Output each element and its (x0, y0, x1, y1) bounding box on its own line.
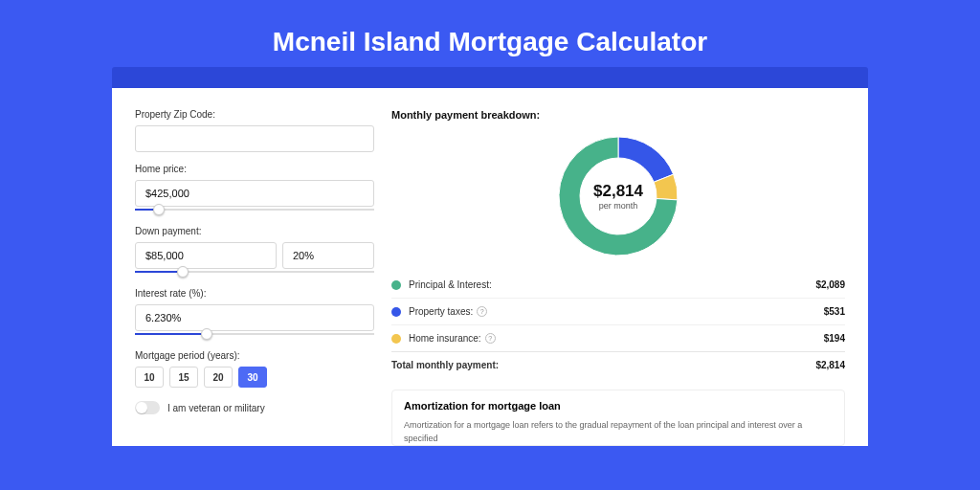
down-payment-slider[interactable] (135, 267, 374, 277)
total-row: Total monthly payment: $2,814 (391, 351, 845, 378)
header-banner (112, 67, 868, 88)
zip-label: Property Zip Code: (135, 109, 374, 120)
donut-center: $2,814 per month (556, 134, 680, 258)
total-value: $2,814 (815, 360, 845, 370)
legend: Principal & Interest:$2,089Property taxe… (391, 272, 845, 351)
amortization-title: Amortization for mortgage loan (404, 400, 833, 412)
home-price-slider[interactable] (135, 205, 374, 214)
calculator-card: Property Zip Code: Home price: Down paym… (112, 88, 868, 446)
donut-amount: $2,814 (593, 182, 643, 201)
veteran-row: I am veteran or military (135, 401, 374, 414)
veteran-toggle[interactable] (135, 401, 160, 414)
legend-value: $2,089 (815, 279, 845, 290)
home-price-group: Home price: (135, 164, 374, 214)
donut-chart: $2,814 per month (556, 134, 680, 258)
breakdown-heading: Monthly payment breakdown: (391, 109, 845, 121)
down-payment-percent-input[interactable] (282, 242, 374, 269)
legend-value: $531 (824, 306, 845, 317)
page-title: Mcneil Island Mortgage Calculator (0, 0, 980, 57)
legend-dot (391, 334, 401, 344)
amortization-text: Amortization for a mortgage loan refers … (404, 419, 833, 445)
zip-group: Property Zip Code: (135, 109, 374, 152)
period-label: Mortgage period (years): (135, 350, 374, 361)
interest-slider[interactable] (135, 329, 374, 339)
total-label: Total monthly payment: (391, 360, 499, 370)
legend-label: Principal & Interest: (409, 279, 492, 290)
home-price-label: Home price: (135, 164, 374, 174)
slider-thumb[interactable] (177, 266, 189, 278)
slider-thumb[interactable] (201, 328, 212, 340)
down-payment-amount-input[interactable] (135, 242, 277, 269)
form-panel: Property Zip Code: Home price: Down paym… (135, 109, 374, 446)
legend-dot (391, 307, 401, 317)
legend-row-0: Principal & Interest:$2,089 (391, 272, 845, 299)
interest-group: Interest rate (%): (135, 288, 374, 339)
period-group: Mortgage period (years): 10152030 (135, 350, 374, 388)
info-icon[interactable]: ? (477, 306, 487, 317)
period-option-15[interactable]: 15 (169, 367, 198, 388)
period-options: 10152030 (135, 367, 374, 388)
interest-input[interactable] (135, 304, 374, 331)
interest-label: Interest rate (%): (135, 288, 374, 299)
legend-label: Home insurance: (409, 333, 481, 344)
donut-chart-area: $2,814 per month (391, 128, 845, 272)
amortization-card: Amortization for mortgage loan Amortizat… (391, 390, 845, 446)
legend-value: $194 (824, 333, 845, 344)
period-option-30[interactable]: 30 (238, 367, 267, 388)
info-icon[interactable]: ? (485, 333, 496, 344)
down-payment-group: Down payment: (135, 226, 374, 277)
legend-label: Property taxes: (409, 306, 473, 317)
period-option-10[interactable]: 10 (135, 367, 164, 388)
veteran-label: I am veteran or military (167, 403, 265, 413)
period-option-20[interactable]: 20 (204, 367, 233, 388)
legend-dot (391, 280, 401, 290)
legend-row-1: Property taxes:?$531 (391, 299, 845, 325)
legend-row-2: Home insurance:?$194 (391, 325, 845, 351)
slider-thumb[interactable] (153, 204, 165, 215)
breakdown-panel: Monthly payment breakdown: $2,814 per mo… (391, 109, 845, 446)
down-payment-label: Down payment: (135, 226, 374, 236)
donut-sub: per month (599, 201, 638, 211)
zip-input[interactable] (135, 125, 374, 152)
home-price-input[interactable] (135, 180, 374, 207)
